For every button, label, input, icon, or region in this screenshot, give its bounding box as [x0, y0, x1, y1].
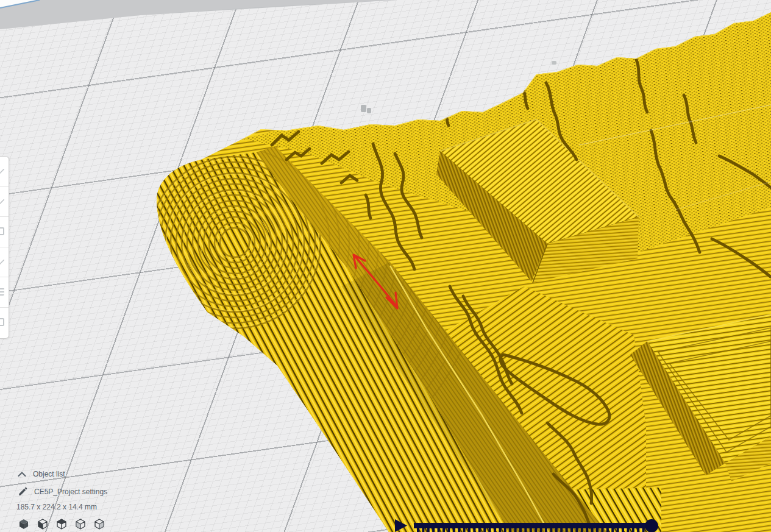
build-plate-edge: [0, 0, 396, 29]
project-settings-label: CE5P_Project settings: [34, 488, 107, 496]
tool-1-icon: [0, 168, 5, 175]
sliced-model[interactable]: [0, 0, 771, 532]
object-list-toggle[interactable]: Object list: [18, 470, 65, 478]
object-list-label: Object list: [33, 470, 65, 478]
pencil-icon: [18, 487, 27, 497]
tool-button-5[interactable]: [0, 277, 9, 308]
chevron-up-icon: [18, 471, 26, 477]
tool-button-6[interactable]: [0, 308, 9, 338]
tool-button-4[interactable]: [0, 247, 9, 278]
tool-5-icon: [0, 288, 4, 296]
view-top-button[interactable]: [56, 519, 67, 530]
view-3d-button[interactable]: [18, 519, 29, 530]
tool-button-1[interactable]: [0, 157, 9, 187]
view-preset-buttons: [18, 519, 105, 530]
left-toolbar: [0, 156, 9, 339]
tool-2-icon: [0, 199, 5, 205]
tool-6-icon: [0, 318, 4, 326]
tool-button-3[interactable]: [0, 217, 9, 247]
model-dimensions: 185.7 x 224.2 x 14.4 mm: [16, 503, 97, 511]
tool-3-icon: [0, 227, 4, 235]
tool-button-2[interactable]: [0, 187, 9, 218]
slider-handle[interactable]: [645, 519, 658, 532]
slider-track[interactable]: [414, 523, 652, 528]
view-right-button[interactable]: [94, 519, 105, 530]
view-front-button[interactable]: [37, 519, 48, 530]
project-settings-button[interactable]: CE5P_Project settings: [18, 487, 107, 497]
cura-preview-screen: .cd{stroke:#6a5200;stroke-width:4.6;fill…: [0, 0, 771, 532]
viewport-3d: .cd{stroke:#6a5200;stroke-width:4.6;fill…: [0, 0, 771, 532]
tool-4-icon: [0, 259, 5, 266]
view-left-button[interactable]: [75, 519, 86, 530]
